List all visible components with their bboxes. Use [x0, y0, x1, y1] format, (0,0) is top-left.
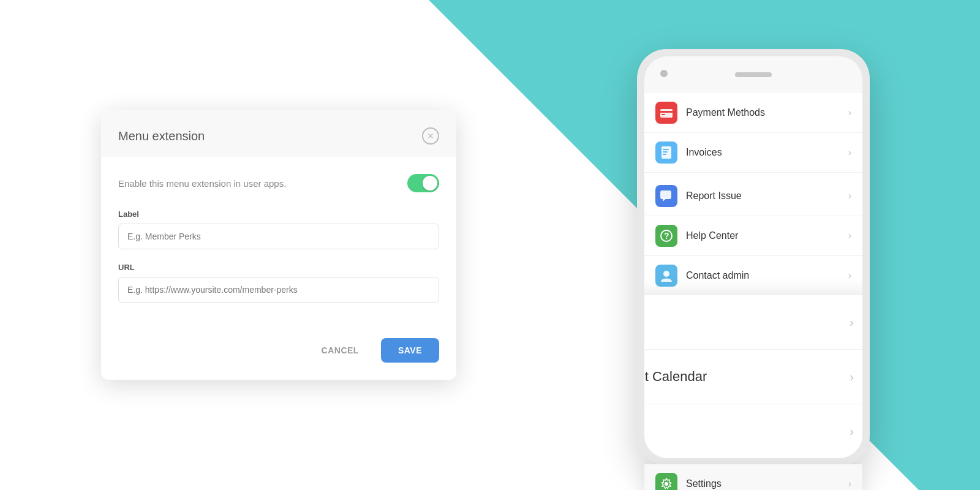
dialog-title: Menu extension	[118, 129, 205, 143]
svg-rect-2	[662, 114, 665, 115]
menu-extension-dialog: Menu extension ✕ Enable this menu extens…	[101, 110, 456, 380]
list-item[interactable]: Membership Perks ›	[644, 295, 862, 350]
ext-menu-label: Membership Perks	[644, 314, 850, 330]
phone-menu-list: Payment Methods › Invoices	[644, 93, 862, 296]
list-item[interactable]: Invoices ›	[644, 133, 862, 173]
toggle-knob	[423, 176, 437, 190]
svg-rect-1	[660, 111, 673, 113]
close-button[interactable]: ✕	[422, 127, 439, 145]
svg-point-13	[665, 482, 668, 486]
phone-outer: Payment Methods › Invoices	[637, 49, 870, 466]
toggle-description: Enable this menu extension in user apps.	[118, 178, 286, 189]
contact-admin-icon	[655, 265, 677, 287]
menu-item-label: Payment Methods	[686, 107, 848, 118]
phone-bottom-items: Settings › Switch organization ›	[644, 464, 862, 490]
list-item[interactable]: Contact admin ›	[644, 256, 862, 296]
chevron-right-icon: ›	[848, 230, 851, 241]
help-center-icon: ?	[655, 225, 677, 247]
svg-point-11	[663, 271, 669, 277]
chevron-right-icon: ›	[848, 147, 851, 158]
payment-methods-icon	[655, 102, 677, 124]
chevron-right-icon: ›	[848, 107, 851, 118]
dialog-footer: CANCEL SAVE	[101, 338, 456, 380]
menu-item-label: Contact admin	[686, 270, 848, 281]
phone-camera	[660, 70, 668, 77]
menu-item-label: Invoices	[686, 147, 848, 158]
dialog-body: Enable this menu extension in user apps.…	[101, 157, 456, 338]
close-icon: ✕	[427, 131, 434, 141]
enable-toggle[interactable]	[407, 174, 439, 192]
toggle-row: Enable this menu extension in user apps.	[118, 174, 439, 192]
chevron-right-icon: ›	[850, 424, 854, 439]
chevron-right-icon: ›	[850, 315, 854, 330]
phone-notch	[644, 56, 862, 93]
svg-marker-8	[663, 198, 666, 202]
svg-rect-7	[660, 190, 671, 199]
url-field-label: URL	[118, 263, 439, 272]
phone-mockup: Payment Methods › Invoices	[637, 49, 870, 490]
save-button[interactable]: SAVE	[381, 338, 439, 363]
chevron-right-icon: ›	[848, 270, 851, 281]
dialog-header: Menu extension ✕	[101, 110, 456, 157]
extended-menu-popup: Membership Perks › Network Labs Event Ca…	[644, 295, 862, 458]
menu-item-label: Settings	[686, 478, 848, 489]
report-issue-icon	[655, 185, 677, 207]
label-field-group: Label	[118, 209, 439, 249]
svg-text:?: ?	[664, 231, 669, 241]
chevron-right-icon: ›	[848, 478, 851, 489]
phone-inner: Payment Methods › Invoices	[644, 56, 862, 458]
list-item[interactable]: Network Labs Blog ›	[644, 404, 862, 458]
label-input[interactable]	[118, 224, 439, 249]
phone-speaker	[735, 72, 772, 77]
svg-rect-4	[663, 149, 669, 150]
label-field-label: Label	[118, 209, 439, 219]
ext-menu-label: Network Labs Event Calendar	[644, 369, 850, 385]
ext-menu-label: Network Labs Blog	[644, 423, 850, 439]
list-item[interactable]: Settings ›	[644, 464, 862, 490]
menu-item-label: Report Issue	[686, 190, 848, 202]
list-item[interactable]: Report Issue ›	[644, 176, 862, 216]
chevron-right-icon: ›	[850, 370, 854, 384]
list-item[interactable]: ? Help Center ›	[644, 216, 862, 256]
invoices-icon	[655, 141, 677, 164]
cancel-button[interactable]: CANCEL	[308, 338, 372, 363]
list-item[interactable]: Payment Methods ›	[644, 93, 862, 133]
list-item[interactable]: Network Labs Event Calendar ›	[644, 350, 862, 404]
svg-rect-6	[663, 154, 666, 155]
svg-rect-0	[660, 109, 673, 118]
phone-screen: Payment Methods › Invoices	[644, 93, 862, 458]
svg-rect-5	[663, 151, 668, 153]
url-input[interactable]	[118, 277, 439, 303]
settings-icon	[655, 473, 677, 490]
chevron-right-icon: ›	[848, 190, 851, 202]
url-field-group: URL	[118, 263, 439, 303]
menu-item-label: Help Center	[686, 230, 848, 241]
